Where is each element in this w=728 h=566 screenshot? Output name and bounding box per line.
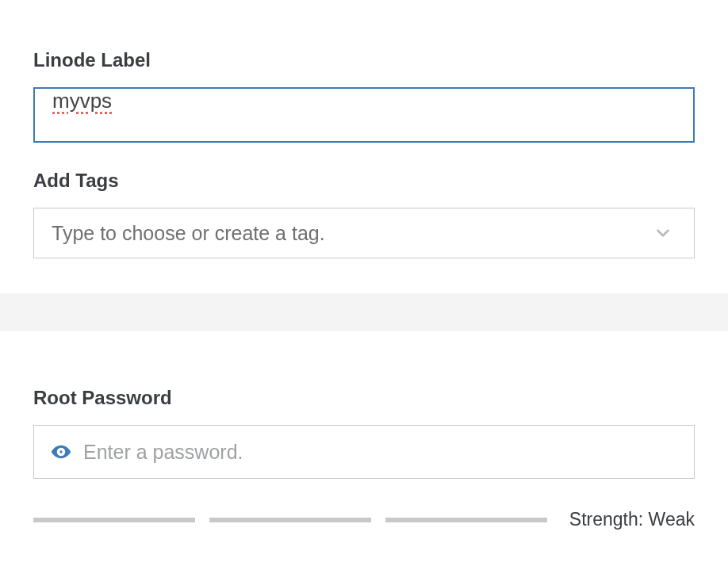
root-password-heading: Root Password <box>33 387 695 409</box>
chevron-down-icon <box>653 223 673 243</box>
root-password-field-wrap <box>33 425 695 479</box>
strength-bar-3 <box>385 518 547 522</box>
svg-point-1 <box>59 450 62 453</box>
strength-bar-1 <box>33 518 195 522</box>
strength-label: Strength: Weak <box>569 509 695 530</box>
strength-bar-2 <box>209 518 371 522</box>
section-divider <box>0 293 728 331</box>
eye-icon[interactable] <box>50 441 72 463</box>
add-tags-heading: Add Tags <box>33 170 695 192</box>
linode-label-heading: Linode Label <box>33 49 695 71</box>
add-tags-select[interactable]: Type to choose or create a tag. <box>33 208 695 258</box>
add-tags-placeholder: Type to choose or create a tag. <box>52 222 325 245</box>
root-password-input[interactable] <box>83 441 676 464</box>
linode-label-input[interactable]: myvps <box>33 87 695 143</box>
linode-label-value: myvps <box>52 89 112 113</box>
password-strength-meter: Strength: Weak <box>33 509 695 530</box>
